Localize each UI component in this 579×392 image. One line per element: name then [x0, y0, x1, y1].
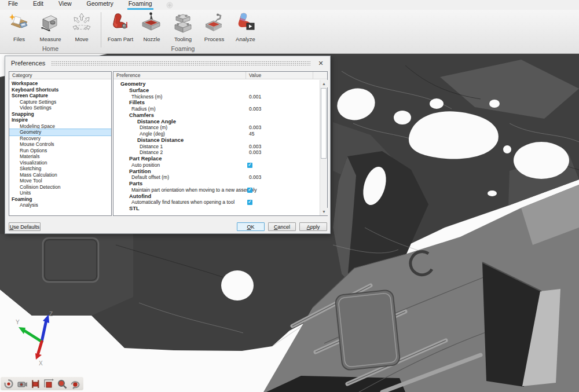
rotate-view-icon[interactable]: [69, 378, 81, 390]
preference-value[interactable]: 0.003: [249, 106, 261, 112]
dialog-title-bar[interactable]: Preferences ✕: [5, 56, 330, 70]
preference-row[interactable]: Thickness (m)0.001: [113, 94, 320, 100]
category-item-screen-capture[interactable]: Screen Capture: [9, 93, 111, 99]
preference-row[interactable]: Distance 10.003: [113, 144, 320, 150]
preference-row[interactable]: Geometry: [113, 81, 320, 87]
scroll-up-icon[interactable]: ▲: [320, 80, 328, 87]
preference-row[interactable]: Auto position: [113, 162, 320, 168]
analyze-icon: [234, 12, 257, 35]
category-item-video-settings[interactable]: Video Settings: [9, 105, 111, 111]
tab-geometry[interactable]: Geometry: [86, 0, 115, 10]
preferences-dialog: Preferences ✕ Category Workspace Keyboar…: [5, 56, 331, 234]
category-item-recovery[interactable]: Recovery: [9, 135, 111, 142]
files-button[interactable]: Files: [3, 10, 35, 45]
measure-icon: [39, 12, 62, 35]
zoom-window-icon[interactable]: [43, 378, 54, 390]
preference-scrollbar[interactable]: ▲ ▼: [320, 80, 327, 215]
tab-foaming[interactable]: Foaming: [127, 0, 153, 10]
preference-checkbox[interactable]: [247, 163, 252, 168]
scroll-down-icon[interactable]: ▼: [320, 208, 328, 215]
preference-row[interactable]: Distance 20.003: [113, 149, 320, 156]
close-icon[interactable]: ✕: [316, 58, 325, 68]
ok-button[interactable]: OK: [237, 222, 265, 231]
analyze-label: Analyze: [236, 36, 255, 42]
preference-row[interactable]: Maintain part orientation when moving to…: [113, 187, 320, 193]
preference-value[interactable]: 0.003: [249, 124, 261, 131]
tab-edit[interactable]: Edit: [32, 0, 45, 10]
measure-button[interactable]: Measure: [35, 10, 66, 45]
preference-value[interactable]: 45: [249, 131, 254, 137]
tooling-button[interactable]: Tooling: [167, 10, 199, 45]
apply-button[interactable]: Apply: [299, 222, 327, 231]
preference-row[interactable]: Automatically find features when opening…: [113, 199, 320, 206]
preference-checkbox[interactable]: [247, 200, 252, 205]
preference-row[interactable]: Chamfers: [113, 112, 320, 119]
process-button[interactable]: Process: [199, 10, 230, 45]
category-item-mass-calculation[interactable]: Mass Calculation: [9, 172, 111, 178]
category-item-sketching[interactable]: Sketching: [9, 166, 111, 172]
tooling-icon: [171, 12, 195, 35]
preference-row[interactable]: Distance Distance: [113, 137, 320, 144]
preference-row[interactable]: Surface: [113, 87, 320, 94]
snapshot-camera-icon[interactable]: [16, 378, 28, 390]
category-item-workspace[interactable]: Workspace: [9, 80, 111, 87]
move-button[interactable]: Move: [66, 10, 97, 45]
view-toolbar: [1, 377, 83, 390]
preference-value[interactable]: 0.001: [249, 94, 261, 100]
orbit-view-icon[interactable]: [3, 378, 14, 390]
preference-panel: Preference Value Geometry Surface Thickn…: [113, 71, 328, 216]
category-item-materials[interactable]: Materials: [9, 153, 111, 160]
clipping-plane-icon[interactable]: [30, 378, 41, 390]
tab-view[interactable]: View: [57, 0, 73, 10]
category-item-foaming[interactable]: Foaming: [9, 196, 111, 203]
category-item-mouse-controls[interactable]: Mouse Controls: [9, 141, 111, 148]
preference-row[interactable]: STL: [113, 206, 320, 212]
foam-part-button[interactable]: Foam Part: [105, 10, 136, 45]
dialog-title: Preferences: [11, 60, 45, 67]
preference-row[interactable]: Angle (deg)45: [113, 131, 320, 137]
category-item-collision-detection[interactable]: Collision Detection: [9, 184, 111, 190]
category-item-keyboard-shortcuts[interactable]: Keyboard Shortcuts: [9, 87, 111, 93]
use-defaults-button[interactable]: Use Defaults: [9, 222, 41, 231]
category-item-units[interactable]: Units: [9, 190, 111, 196]
tab-file[interactable]: File: [7, 0, 19, 10]
category-item-move-tool[interactable]: Move Tool: [9, 178, 111, 184]
category-item-analysis[interactable]: Analysis: [9, 202, 111, 208]
preference-row[interactable]: Part Replace: [113, 156, 320, 162]
preference-row[interactable]: Autofind: [113, 193, 320, 200]
cancel-button[interactable]: Cancel: [268, 222, 296, 231]
analyze-button[interactable]: Analyze: [230, 10, 261, 45]
scrollbar-thumb[interactable]: [321, 88, 327, 159]
move-icon: [70, 12, 93, 35]
foam-part-icon: [109, 12, 132, 35]
category-item-run-options[interactable]: Run Options: [9, 148, 111, 154]
category-item-snapping[interactable]: Snapping: [9, 111, 111, 118]
category-tree: Workspace Keyboard Shortcuts Screen Capt…: [9, 80, 111, 215]
category-item-geometry[interactable]: Geometry: [9, 129, 111, 135]
preference-checkbox[interactable]: [247, 188, 252, 193]
dialog-drag-grip[interactable]: [51, 61, 310, 66]
ribbon: File Edit View Geometry Foaming: [0, 0, 579, 54]
foam-part-label: Foam Part: [108, 36, 133, 42]
axis-label-z: Z: [49, 311, 53, 317]
preference-row[interactable]: Partition: [113, 168, 320, 175]
add-tab-icon[interactable]: [166, 2, 173, 9]
preference-value[interactable]: 0.003: [249, 149, 261, 156]
preference-row[interactable]: Radius (m)0.003: [113, 106, 320, 112]
category-item-capture-settings[interactable]: Capture Settings: [9, 99, 111, 105]
category-item-visualization[interactable]: Visualization: [9, 160, 111, 166]
preference-row[interactable]: Default offset (m)0.003: [113, 174, 320, 181]
preference-row[interactable]: Fillets: [113, 100, 320, 106]
preference-value[interactable]: 0.003: [249, 174, 261, 181]
preference-row[interactable]: Distance (m)0.003: [113, 124, 320, 131]
preference-row[interactable]: Distance Angle: [113, 119, 320, 125]
zoom-icon[interactable]: [56, 378, 68, 390]
preference-value[interactable]: 0.003: [249, 144, 261, 150]
category-item-modeling-space[interactable]: Modeling Space: [9, 123, 111, 130]
nozzle-icon: [140, 12, 163, 35]
preference-row[interactable]: Parts: [113, 181, 320, 187]
measure-label: Measure: [40, 36, 61, 42]
nozzle-button[interactable]: Nozzle: [136, 10, 167, 45]
tooling-label: Tooling: [174, 36, 192, 42]
category-item-inspire[interactable]: Inspire: [9, 117, 111, 123]
